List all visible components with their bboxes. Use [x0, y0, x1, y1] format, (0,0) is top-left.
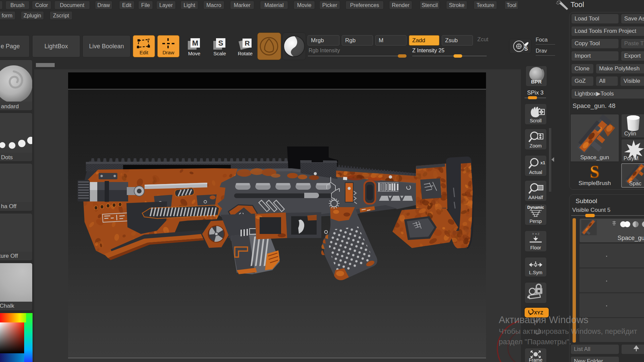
svg-text:Scale: Scale	[213, 51, 226, 56]
svg-text:S: S	[218, 39, 223, 47]
svg-text:Scroll: Scroll	[530, 118, 541, 123]
svg-text:Dots: Dots	[1, 154, 13, 161]
svg-text:M: M	[192, 39, 198, 47]
svg-text:✕ ▾ Z: ✕ ▾ Z	[532, 232, 540, 236]
svg-text:Move: Move	[188, 51, 201, 56]
svg-text:Floor: Floor	[530, 245, 541, 250]
svg-text:L.Sym: L.Sym	[529, 270, 542, 275]
svg-text:S: S	[524, 46, 528, 52]
svg-text:S: S	[590, 164, 600, 181]
svg-text:Draw: Draw	[162, 50, 174, 55]
svg-text:Edit: Edit	[140, 50, 149, 55]
svg-text:Dynamic: Dynamic	[527, 205, 544, 210]
svg-text:BPR: BPR	[531, 79, 542, 84]
svg-text:AAHalf: AAHalf	[528, 195, 543, 200]
svg-text:SimpleBrush: SimpleBrush	[579, 180, 611, 186]
svg-text:Actual: Actual	[529, 170, 542, 175]
svg-text:Rotate: Rotate	[238, 51, 253, 56]
svg-text:Zoom: Zoom	[530, 143, 542, 148]
svg-text:PolyM: PolyM	[624, 156, 638, 161]
svg-text:x1: x1	[540, 160, 545, 165]
svg-text:Cylin: Cylin	[624, 131, 636, 136]
svg-text:Space_gun: Space_gun	[580, 154, 609, 161]
svg-text:andard: andard	[1, 103, 19, 110]
svg-text:R: R	[245, 39, 250, 47]
svg-text:Spac: Spac	[629, 181, 641, 186]
svg-text:Persp: Persp	[530, 219, 542, 224]
